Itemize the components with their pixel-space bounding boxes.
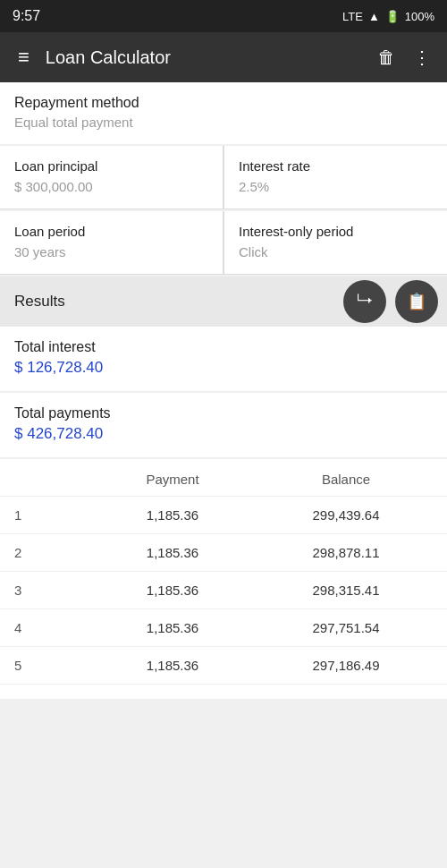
interest-only-period-cell[interactable]: Interest-only period Click	[224, 211, 447, 274]
battery-icon: 🔋	[385, 10, 400, 23]
table-row: 1 1,185.36 299,439.64	[0, 497, 447, 534]
signal-icon: ▲	[368, 10, 380, 23]
menu-icon[interactable]: ≡	[7, 38, 40, 76]
lte-icon: LTE	[342, 10, 363, 23]
row-balance: 298,315.41	[259, 583, 433, 598]
clipboard-icon: 📋	[407, 292, 426, 311]
total-payments-label: Total payments	[14, 405, 433, 421]
row-balance: 298,878.11	[259, 545, 433, 560]
interest-rate-label: Interest rate	[239, 158, 433, 174]
row-payment: 1,185.36	[86, 620, 259, 635]
row-balance: 297,186.49	[259, 658, 433, 673]
repayment-value: Equal total payment	[14, 115, 433, 130]
col-balance-header: Balance	[259, 472, 433, 487]
loan-period-label: Loan period	[14, 224, 208, 239]
status-time: 9:57	[13, 8, 40, 24]
row-num: 4	[14, 620, 86, 635]
results-header: Results ⮡ 📋	[0, 277, 447, 327]
delete-button[interactable]: 🗑	[368, 40, 404, 75]
share-icon: ⮡	[357, 293, 373, 311]
total-interest-value: $ 126,728.40	[14, 359, 433, 377]
repayment-method-section[interactable]: Repayment method Equal total payment	[0, 82, 447, 144]
status-icons: LTE ▲ 🔋 100%	[342, 10, 434, 23]
repayment-label: Repayment method	[14, 95, 433, 111]
table-row: 3 1,185.36 298,315.41	[0, 572, 447, 609]
input-grid-bottom: Loan period 30 years Interest-only perio…	[0, 211, 447, 275]
loan-period-cell[interactable]: Loan period 30 years	[0, 211, 223, 274]
input-grid-top: Loan principal $ 300,000.00 Interest rat…	[0, 146, 447, 209]
toolbar: ≡ Loan Calculator 🗑 ⋮	[0, 32, 447, 82]
total-payments-value: $ 426,728.40	[14, 425, 433, 443]
row-num: 2	[14, 545, 86, 560]
row-num: 3	[14, 583, 86, 598]
row-payment: 1,185.36	[86, 545, 259, 560]
loan-principal-cell[interactable]: Loan principal $ 300,000.00	[0, 146, 223, 208]
row-payment: 1,185.36	[86, 507, 259, 523]
interest-only-period-value: Click	[239, 244, 433, 260]
total-payments-row: Total payments $ 426,728.40	[0, 393, 447, 457]
toolbar-title: Loan Calculator	[46, 47, 368, 68]
table-row: 5 1,185.36 297,186.49	[0, 647, 447, 685]
interest-rate-cell[interactable]: Interest rate 2.5%	[224, 146, 447, 208]
col-num-header	[14, 472, 86, 487]
share-button[interactable]: ⮡	[343, 280, 386, 323]
status-bar: 9:57 LTE ▲ 🔋 100%	[0, 0, 447, 32]
interest-only-period-label: Interest-only period	[239, 224, 433, 239]
results-actions: ⮡ 📋	[343, 280, 438, 323]
table-row: 2 1,185.36 298,878.11	[0, 534, 447, 572]
loan-period-value: 30 years	[14, 244, 208, 260]
table-header: Payment Balance	[0, 459, 447, 497]
table-row: 4 1,185.36 297,751.54	[0, 609, 447, 647]
total-interest-row: Total interest $ 126,728.40	[0, 327, 447, 391]
loan-principal-value: $ 300,000.00	[14, 179, 208, 194]
row-payment: 1,185.36	[86, 583, 259, 598]
loan-principal-label: Loan principal	[14, 158, 208, 174]
copy-button[interactable]: 📋	[395, 280, 438, 323]
total-interest-label: Total interest	[14, 339, 433, 355]
table-body: 1 1,185.36 299,439.64 2 1,185.36 298,878…	[0, 497, 447, 685]
row-balance: 297,751.54	[259, 620, 433, 635]
battery-level: 100%	[405, 10, 434, 23]
interest-rate-value: 2.5%	[239, 179, 433, 194]
more-options-button[interactable]: ⋮	[404, 39, 440, 75]
row-balance: 299,439.64	[259, 507, 433, 523]
row-payment: 1,185.36	[86, 658, 259, 673]
payment-table: Payment Balance 1 1,185.36 299,439.64 2 …	[0, 459, 447, 699]
row-num: 1	[14, 507, 86, 523]
col-payment-header: Payment	[86, 472, 259, 487]
row-num: 5	[14, 658, 86, 673]
results-title: Results	[14, 293, 65, 311]
